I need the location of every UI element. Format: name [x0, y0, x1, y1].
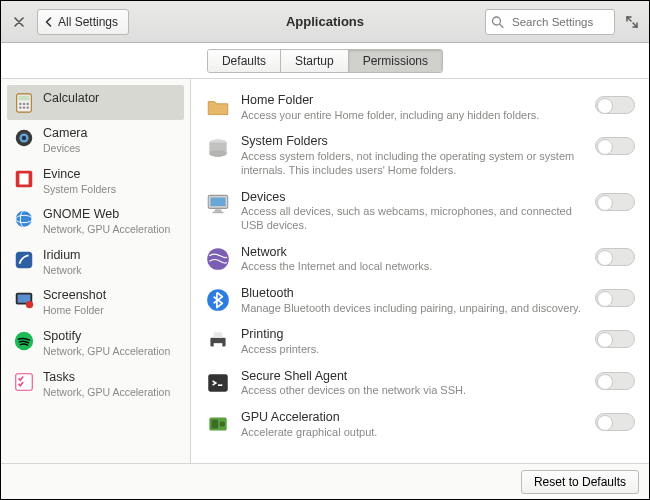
- svg-point-22: [209, 151, 226, 158]
- permission-title: Printing: [241, 327, 585, 343]
- svg-rect-20: [16, 373, 33, 390]
- screenshot-icon: [13, 289, 35, 311]
- svg-rect-30: [214, 333, 223, 338]
- permission-row-gpu-acceleration: GPU AccelerationAccelerate graphical out…: [203, 404, 637, 445]
- sidebar-item-sub: Network: [43, 264, 82, 277]
- segmented-control: DefaultsStartupPermissions: [207, 49, 443, 73]
- sidebar-item-screenshot[interactable]: ScreenshotHome Folder: [7, 282, 184, 323]
- svg-point-8: [26, 106, 28, 108]
- headerbar: All Settings Applications: [1, 1, 649, 43]
- sidebar-item-label: Tasks: [43, 370, 170, 385]
- permission-desc: Access printers.: [241, 343, 585, 357]
- permission-title: Network: [241, 245, 585, 261]
- permission-title: GPU Acceleration: [241, 410, 585, 426]
- sidebar-item-spotify[interactable]: SpotifyNetwork, GPU Acceleration: [7, 323, 184, 364]
- sidebar-item-calculator[interactable]: Calculator: [7, 85, 184, 120]
- sidebar-item-evince[interactable]: EvinceSystem Folders: [7, 161, 184, 202]
- svg-rect-24: [210, 197, 225, 206]
- sidebar-item-iridium[interactable]: IridiumNetwork: [7, 242, 184, 283]
- permission-toggle[interactable]: [595, 193, 635, 211]
- permission-desc: Access other devices on the network via …: [241, 384, 585, 398]
- sidebar-item-label: Iridium: [43, 248, 82, 263]
- maximize-button[interactable]: [623, 13, 641, 31]
- svg-point-7: [23, 106, 25, 108]
- permission-row-home-folder: Home FolderAccess your entire Home folde…: [203, 87, 637, 128]
- permission-toggle[interactable]: [595, 372, 635, 390]
- terminal-icon: [205, 370, 231, 396]
- gpu-icon: [205, 411, 231, 437]
- sidebar-item-sub: Home Folder: [43, 304, 106, 317]
- sidebar-item-label: Calculator: [43, 91, 99, 106]
- footer: Reset to Defaults: [1, 463, 649, 499]
- tabs-row: DefaultsStartupPermissions: [1, 43, 649, 79]
- svg-point-4: [23, 103, 25, 105]
- permission-row-printing: PrintingAccess printers.: [203, 321, 637, 362]
- permission-toggle[interactable]: [595, 330, 635, 348]
- permission-desc: Access your entire Home folder, includin…: [241, 109, 585, 123]
- permission-row-system-folders: System FoldersAccess system folders, not…: [203, 128, 637, 183]
- permission-toggle[interactable]: [595, 248, 635, 266]
- evince-icon: [13, 168, 35, 190]
- globe-icon: [13, 208, 35, 230]
- maximize-icon: [626, 16, 638, 28]
- svg-point-27: [207, 248, 229, 270]
- svg-point-18: [26, 301, 33, 308]
- back-all-settings-button[interactable]: All Settings: [37, 9, 129, 35]
- sidebar[interactable]: CalculatorCameraDevicesEvinceSystem Fold…: [1, 79, 191, 463]
- permission-row-network: NetworkAccess the Internet and local net…: [203, 239, 637, 280]
- arrow-left-icon: [44, 17, 54, 27]
- svg-point-3: [19, 103, 21, 105]
- permission-toggle[interactable]: [595, 96, 635, 114]
- permission-title: Bluetooth: [241, 286, 585, 302]
- svg-point-0: [493, 17, 501, 25]
- header-actions: [485, 9, 641, 35]
- permission-desc: Manage Bluetooth devices including pairi…: [241, 302, 585, 316]
- tab-permissions[interactable]: Permissions: [349, 50, 442, 72]
- search-input[interactable]: [485, 9, 615, 35]
- sidebar-item-sub: Network, GPU Acceleration: [43, 223, 170, 236]
- permission-title: Secure Shell Agent: [241, 369, 585, 385]
- permission-desc: Access system folders, not including the…: [241, 150, 585, 178]
- tab-defaults[interactable]: Defaults: [208, 50, 281, 72]
- sidebar-item-sub: Devices: [43, 142, 87, 155]
- sidebar-item-tasks[interactable]: TasksNetwork, GPU Acceleration: [7, 364, 184, 405]
- content: CalculatorCameraDevicesEvinceSystem Fold…: [1, 79, 649, 463]
- svg-point-5: [26, 103, 28, 105]
- iridium-icon: [13, 249, 35, 271]
- svg-rect-34: [212, 420, 219, 429]
- spotify-icon: [13, 330, 35, 352]
- svg-rect-26: [213, 211, 224, 213]
- permissions-list[interactable]: Home FolderAccess your entire Home folde…: [191, 79, 649, 463]
- permission-toggle[interactable]: [595, 289, 635, 307]
- reset-defaults-button[interactable]: Reset to Defaults: [521, 470, 639, 494]
- tasks-icon: [13, 371, 35, 393]
- permission-desc: Accelerate graphical output.: [241, 426, 585, 440]
- sidebar-item-sub: Network, GPU Acceleration: [43, 386, 170, 399]
- permission-row-devices: DevicesAccess all devices, such as webca…: [203, 184, 637, 239]
- permission-title: Devices: [241, 190, 585, 206]
- sidebar-item-label: GNOME Web: [43, 207, 170, 222]
- sidebar-item-camera[interactable]: CameraDevices: [7, 120, 184, 161]
- sidebar-item-gnome-web[interactable]: GNOME WebNetwork, GPU Acceleration: [7, 201, 184, 242]
- svg-rect-32: [208, 374, 228, 391]
- sidebar-item-label: Camera: [43, 126, 87, 141]
- close-button[interactable]: [9, 12, 29, 32]
- computer-icon: [205, 191, 231, 217]
- permission-row-bluetooth: BluetoothManage Bluetooth devices includ…: [203, 280, 637, 321]
- permission-toggle[interactable]: [595, 137, 635, 155]
- sidebar-item-label: Spotify: [43, 329, 170, 344]
- svg-rect-2: [19, 96, 30, 101]
- search-icon: [491, 15, 504, 28]
- permission-desc: Access the Internet and local networks.: [241, 260, 585, 274]
- tab-startup[interactable]: Startup: [281, 50, 349, 72]
- svg-point-35: [220, 421, 225, 426]
- permission-toggle[interactable]: [595, 413, 635, 431]
- permission-title: System Folders: [241, 134, 585, 150]
- svg-rect-15: [16, 252, 33, 269]
- permission-desc: Access all devices, such as webcams, mic…: [241, 205, 585, 233]
- network-icon: [205, 246, 231, 272]
- calculator-icon: [13, 92, 35, 114]
- permission-title: Home Folder: [241, 93, 585, 109]
- sidebar-item-sub: Network, GPU Acceleration: [43, 345, 170, 358]
- back-label: All Settings: [58, 15, 118, 29]
